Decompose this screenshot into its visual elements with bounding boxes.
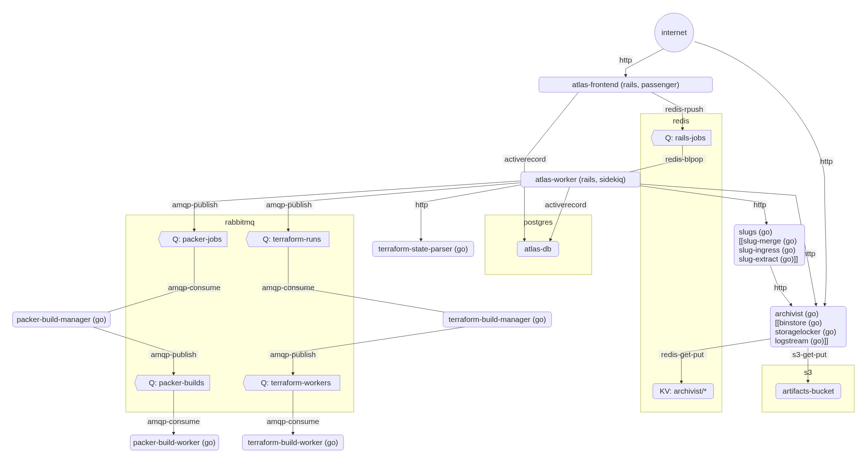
node-terraform-build-manager: terraform-build-manager (go)	[443, 312, 552, 327]
node-atlas-worker-label: atlas-worker (rails, sidekiq)	[535, 175, 626, 183]
node-slugs-l4: slug-extract (go)]]	[739, 255, 798, 263]
node-archivist: archivist (go) [[binstore (go) storagelo…	[770, 306, 846, 347]
edge-label-http-slugs: http	[753, 200, 766, 209]
cluster-rabbitmq-label: rabbitmq	[225, 218, 255, 226]
node-q-terraform-workers: Q: terraform-workers	[243, 375, 340, 390]
node-atlas-db-label: atlas-db	[524, 245, 552, 253]
edge-label-amqp-pub-packer-jobs: amqp-publish	[172, 200, 218, 209]
cluster-redis-label: redis	[673, 116, 689, 125]
node-q-rails-jobs-label: Q: rails-jobs	[665, 134, 706, 142]
node-packer-build-manager: packer-build-manager (go)	[13, 312, 110, 327]
node-terraform-state-parser-label: terraform-state-parser (go)	[378, 245, 468, 253]
node-q-terraform-runs: Q: terraform-runs	[246, 232, 329, 247]
edge-label-activerecord-1: activerecord	[505, 155, 546, 163]
node-artifacts-bucket-label: artifacts-bucket	[783, 387, 834, 395]
node-slugs-l3: slug-ingress (go)	[739, 246, 795, 254]
cluster-postgres-label: postgres	[524, 218, 553, 226]
node-kv-archivist-label: KV: archivist/*	[660, 387, 707, 395]
node-internet-label: internet	[661, 28, 687, 37]
node-q-packer-jobs: Q: packer-jobs	[158, 232, 227, 247]
node-slugs-l1: slugs (go)	[739, 228, 772, 236]
edge-label-redis-rpush: redis-rpush	[665, 105, 703, 113]
node-atlas-db: atlas-db	[517, 241, 559, 257]
edge-label-http-tsp: http	[415, 200, 428, 209]
node-packer-build-manager-label: packer-build-manager (go)	[17, 315, 106, 323]
edge-label-amqp-pub-pb: amqp-publish	[151, 350, 196, 359]
node-archivist-l1: archivist (go)	[775, 309, 818, 318]
edge-label-redis-blpop: redis-blpop	[665, 155, 703, 163]
edge-label-amqp-con-pbm: amqp-consume	[168, 283, 221, 292]
node-archivist-l3: storagelocker (go)	[775, 327, 836, 336]
node-terraform-state-parser: terraform-state-parser (go)	[373, 241, 474, 257]
node-slugs-l2: [[slug-merge (go)	[739, 237, 797, 245]
edge-label-http-slugs-archivist: http	[774, 283, 787, 292]
edge-label-amqp-pub-tf-runs: amqp-publish	[266, 200, 312, 209]
edge-label-s3-get-put: s3-get-put	[792, 350, 827, 359]
node-terraform-build-manager-label: terraform-build-manager (go)	[448, 315, 546, 323]
edge-label-amqp-con-tbm: amqp-consume	[262, 283, 315, 292]
node-packer-build-worker-label: packer-build-worker (go)	[133, 438, 216, 446]
node-archivist-l4: logstream (go)]]	[775, 336, 828, 345]
node-atlas-worker: atlas-worker (rails, sidekiq)	[521, 172, 640, 187]
node-q-packer-builds-label: Q: packer-builds	[149, 378, 204, 387]
edge-label-http-archivist-direct: http	[820, 157, 833, 165]
node-atlas-frontend: atlas-frontend (rails, passenger)	[539, 77, 712, 92]
node-packer-build-worker: packer-build-worker (go)	[130, 435, 219, 450]
node-q-packer-builds: Q: packer-builds	[135, 375, 210, 390]
edge-label-redis-get-put: redis-get-put	[661, 350, 704, 359]
node-q-terraform-runs-label: Q: terraform-runs	[263, 235, 321, 243]
edge-label-http-frontend: http	[619, 56, 632, 64]
architecture-diagram: rabbitmq postgres redis s3 http http red…	[0, 0, 868, 466]
node-atlas-frontend-label: atlas-frontend (rails, passenger)	[572, 80, 679, 89]
node-q-rails-jobs: Q: rails-jobs	[651, 130, 711, 145]
node-archivist-l2: [[binstore (go)	[775, 318, 822, 327]
node-internet: internet	[655, 13, 694, 52]
edge-label-amqp-con-tbw: amqp-consume	[267, 417, 319, 425]
node-terraform-build-worker: terraform-build-worker (go)	[242, 435, 344, 450]
edge-label-amqp-pub-tw: amqp-publish	[270, 350, 316, 359]
edge-label-activerecord-2: activerecord	[545, 200, 586, 209]
node-artifacts-bucket: artifacts-bucket	[776, 384, 841, 399]
node-q-terraform-workers-label: Q: terraform-workers	[261, 378, 331, 387]
node-q-packer-jobs-label: Q: packer-jobs	[173, 235, 222, 243]
node-slugs: slugs (go) [[slug-merge (go) slug-ingres…	[734, 225, 805, 265]
edge-label-amqp-con-pbw: amqp-consume	[148, 417, 200, 425]
node-terraform-build-worker-label: terraform-build-worker (go)	[248, 438, 338, 446]
node-kv-archivist: KV: archivist/*	[653, 384, 714, 399]
